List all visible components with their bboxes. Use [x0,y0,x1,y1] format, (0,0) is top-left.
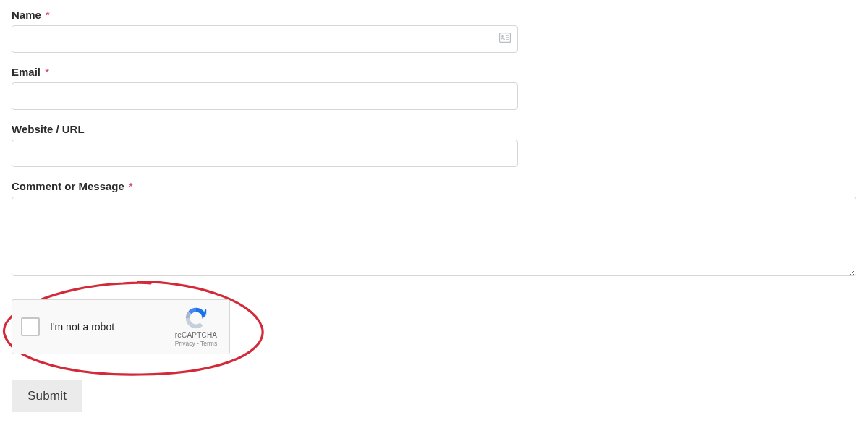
website-field: Website / URL [12,123,856,167]
comment-label-text: Comment or Message [12,180,124,192]
email-label: Email * [12,66,856,78]
recaptcha-brand-text: reCAPTCHA [170,331,222,339]
email-label-text: Email [12,66,41,78]
comment-label: Comment or Message * [12,180,856,192]
recaptcha-terms-link[interactable]: Terms [200,340,217,347]
recaptcha-icon [184,306,208,330]
website-input[interactable] [12,140,518,167]
recaptcha-links: Privacy - Terms [170,340,222,347]
email-input[interactable] [12,82,518,110]
recaptcha-container: I'm not a robot reCAPTCHA Privacy - Term… [12,299,286,354]
comment-field: Comment or Message * [12,180,856,279]
name-label-text: Name [12,9,41,21]
email-field: Email * [12,66,856,110]
name-label: Name * [12,9,856,21]
required-indicator: * [46,9,50,21]
name-input[interactable] [12,25,518,53]
recaptcha-widget: I'm not a robot reCAPTCHA Privacy - Term… [12,299,230,354]
recaptcha-branding: reCAPTCHA Privacy - Terms [170,306,222,347]
website-label: Website / URL [12,123,856,135]
name-field: Name * [12,9,856,53]
recaptcha-privacy-link[interactable]: Privacy [175,340,195,347]
comment-textarea[interactable] [12,197,856,276]
website-label-text: Website / URL [12,123,85,135]
name-input-wrap [12,25,856,53]
recaptcha-label: I'm not a robot [50,321,114,333]
required-indicator: * [45,66,49,78]
recaptcha-link-separator: - [195,340,200,347]
required-indicator: * [129,180,133,192]
recaptcha-checkbox[interactable] [21,317,40,336]
submit-button[interactable]: Submit [12,380,82,412]
